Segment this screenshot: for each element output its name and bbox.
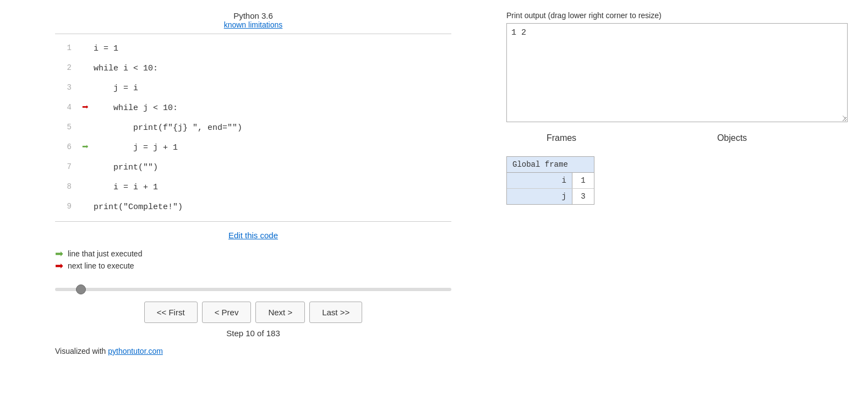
global-frame-box: Global frame i 1 j 3 [506, 156, 594, 205]
red-arrow-icon: ➡ [82, 102, 89, 113]
code-line-5: 5 print(f"{j} ", end="") [55, 118, 451, 138]
frame-var-i: i 1 [507, 173, 594, 189]
slider-container [55, 284, 451, 293]
code-line-8: 8 i = i + 1 [55, 177, 451, 197]
code-text-5: print(f"{j} ", end="") [94, 121, 242, 135]
print-output-value: 1 2 [511, 28, 526, 37]
line-number-3: 3 [55, 81, 77, 95]
var-value-i: 1 [572, 173, 594, 188]
line-number-1: 1 [55, 41, 77, 55]
code-text-7: print("") [94, 160, 158, 175]
prev-button[interactable]: < Prev [202, 302, 252, 323]
line-number-6: 6 [55, 140, 77, 154]
pythontutor-link[interactable]: pythontutor.com [108, 347, 163, 355]
code-line-1: 1 i = 1 [55, 39, 451, 58]
main-container: Python 3.6 known limitations 1 i = 1 2 w… [0, 0, 868, 405]
edit-code-link[interactable]: Edit this code [228, 231, 278, 240]
line-number-9: 9 [55, 200, 77, 214]
line-number-4: 4 [55, 101, 77, 114]
last-button[interactable]: Last >> [309, 302, 362, 323]
right-panel: Print output (drag lower right corner to… [495, 11, 857, 394]
line-number-8: 8 [55, 180, 77, 194]
code-container: 1 i = 1 2 while i < 10: 3 j = i 4 ➡ [55, 34, 451, 222]
next-button[interactable]: Next > [255, 302, 305, 323]
code-line-2: 2 while i < 10: [55, 58, 451, 78]
frame-var-j: j 3 [507, 189, 594, 204]
code-text-2: while i < 10: [94, 61, 158, 76]
var-name-j: j [507, 189, 572, 204]
line-number-7: 7 [55, 160, 77, 174]
legend: ➡ line that just executed ➡ next line to… [55, 249, 451, 273]
line-number-2: 2 [55, 61, 77, 75]
footer: Visualized with pythontutor.com [55, 347, 451, 355]
resize-handle-icon: ↘ [842, 112, 846, 121]
arrow-6: ➡ [77, 142, 94, 153]
line-number-5: 5 [55, 121, 77, 134]
code-text-4: while j < 10: [94, 101, 178, 116]
print-output-box[interactable]: 1 2 ↘ [506, 23, 848, 122]
frames-col: Frames Global frame i 1 j 3 [506, 133, 616, 205]
print-output-label: Print output (drag lower right corner to… [506, 11, 857, 20]
var-name-i: i [507, 173, 572, 188]
legend-red: ➡ next line to execute [55, 261, 451, 271]
legend-red-arrow-icon: ➡ [55, 261, 63, 271]
global-frame-title: Global frame [507, 157, 594, 173]
legend-green-label: line that just executed [68, 249, 142, 258]
legend-green-arrow-icon: ➡ [55, 249, 63, 259]
frames-title: Frames [547, 133, 576, 143]
code-line-9: 9 print("Complete!") [55, 197, 451, 217]
footer-text-label: Visualized with [55, 347, 108, 355]
green-arrow-icon: ➡ [82, 142, 89, 153]
objects-col: Objects [616, 133, 848, 205]
step-slider[interactable] [55, 288, 451, 291]
code-line-7: 7 print("") [55, 157, 451, 177]
arrow-4: ➡ [77, 102, 94, 113]
objects-title: Objects [717, 133, 747, 143]
left-panel: Python 3.6 known limitations 1 i = 1 2 w… [11, 11, 495, 394]
python-title: Python 3.6 [224, 11, 283, 20]
nav-buttons: << First < Prev Next > Last >> [144, 302, 362, 323]
code-text-8: i = i + 1 [94, 180, 158, 195]
known-limitations-link[interactable]: known limitations [224, 20, 283, 29]
code-text-3: j = i [94, 81, 138, 96]
python-header: Python 3.6 known limitations [224, 11, 283, 29]
code-line-4: 4 ➡ while j < 10: [55, 98, 451, 118]
legend-green: ➡ line that just executed [55, 249, 451, 259]
code-text-9: print("Complete!") [94, 200, 183, 215]
first-button[interactable]: << First [144, 302, 198, 323]
code-text-6: j = j + 1 [94, 140, 178, 155]
code-text-1: i = 1 [94, 41, 118, 56]
step-info: Step 10 of 183 [226, 329, 280, 338]
code-line-3: 3 j = i [55, 78, 451, 98]
frames-objects-header: Frames Global frame i 1 j 3 [506, 133, 848, 205]
var-value-j: 3 [572, 189, 594, 204]
legend-red-label: next line to execute [68, 261, 134, 270]
code-line-6: 6 ➡ j = j + 1 [55, 138, 451, 157]
